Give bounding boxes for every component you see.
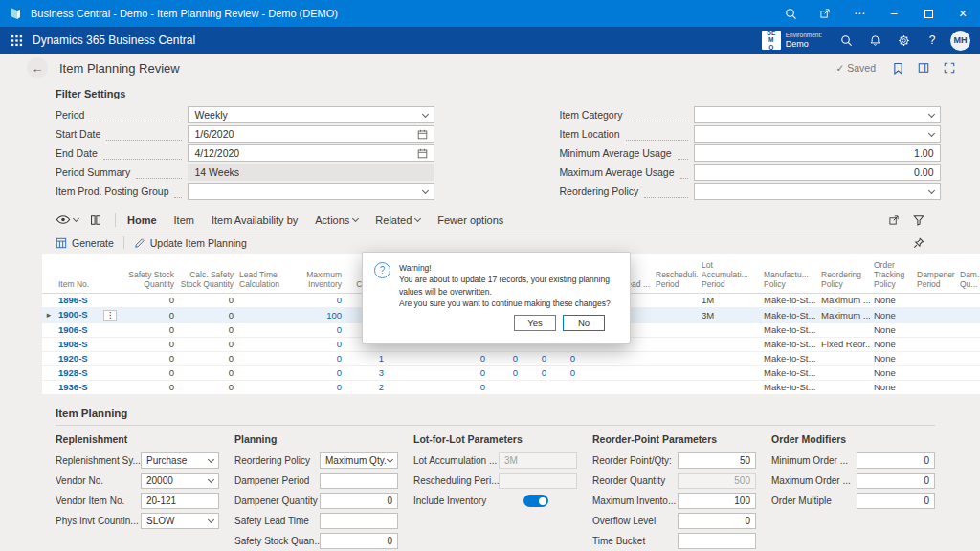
cell-col-8[interactable]: 0 bbox=[521, 351, 549, 365]
minimize-button[interactable]: – bbox=[877, 0, 911, 27]
cell-maximum-inventory[interactable]: 0 bbox=[294, 380, 345, 394]
vendor-item-no-input[interactable]: 20-121 bbox=[141, 493, 219, 509]
cell-order-tracking-policy[interactable]: None bbox=[871, 380, 914, 394]
cell-dampener-period[interactable] bbox=[914, 365, 957, 380]
cell-safety-stock-quantity[interactable]: 0 bbox=[120, 293, 177, 307]
item-category-input[interactable] bbox=[694, 106, 941, 123]
help-icon[interactable]: ? bbox=[918, 27, 947, 54]
menu-item-item[interactable]: Item bbox=[174, 214, 194, 226]
chevron-down-icon[interactable] bbox=[208, 476, 214, 483]
expand-icon[interactable] bbox=[944, 62, 955, 74]
safety-lead-time-input[interactable] bbox=[320, 513, 398, 529]
open-in-window-icon[interactable] bbox=[808, 0, 842, 27]
cell-rescheduli-period[interactable] bbox=[653, 293, 699, 307]
cell-y-lead[interactable] bbox=[578, 380, 653, 394]
cell-col-7[interactable]: 0 bbox=[488, 365, 521, 380]
cell-lead-time-calculation[interactable] bbox=[236, 293, 294, 307]
cell-col-7[interactable] bbox=[488, 380, 521, 394]
environment-indicator[interactable]: DEMO Environment: Demo bbox=[762, 31, 822, 50]
cell-reordering-policy[interactable] bbox=[818, 351, 871, 365]
row-context-menu-icon[interactable]: ⋮ bbox=[103, 310, 117, 321]
column-header-lead-time-calculation[interactable]: Lead Time Calculation bbox=[236, 254, 294, 293]
cell-manufactu-policy[interactable]: Make-to-St... bbox=[761, 365, 818, 380]
cell-lot-accumulati-period[interactable] bbox=[699, 337, 761, 351]
cell-item-no[interactable]: 1908-S bbox=[56, 337, 120, 351]
cell-lead-time-calculation[interactable] bbox=[236, 322, 294, 337]
cell-safety-stock-quantity[interactable]: 0 bbox=[120, 307, 177, 322]
cell-lead-time-calculation[interactable] bbox=[236, 365, 294, 380]
chevron-down-icon[interactable] bbox=[422, 187, 429, 193]
app-name[interactable]: Dynamics 365 Business Central bbox=[33, 33, 195, 47]
cell-lot-accumulati-period[interactable]: 3M bbox=[699, 307, 761, 322]
view-options-icon[interactable] bbox=[56, 214, 78, 225]
reordering-policy-input[interactable] bbox=[694, 183, 941, 200]
dampener-period-input[interactable] bbox=[320, 473, 398, 489]
browser-search-icon[interactable] bbox=[773, 0, 808, 27]
cell-order-tracking-policy[interactable]: None bbox=[871, 307, 914, 322]
chevron-down-icon[interactable] bbox=[352, 215, 359, 222]
column-header-lot-accumulati-period[interactable]: Lot Accumulati... Period bbox=[699, 254, 761, 293]
row-selector[interactable] bbox=[42, 293, 56, 307]
cell-item-no[interactable]: 1906-S bbox=[56, 322, 120, 337]
minimum-average-usage-input[interactable]: 1.00 bbox=[694, 144, 941, 162]
cell-col-8[interactable]: 0 bbox=[521, 365, 549, 380]
grid-row-1936-S[interactable]: 1936-S00020Make-to-St...None bbox=[42, 380, 980, 394]
column-header-dam-qu[interactable]: Dam... Qu... bbox=[957, 254, 980, 293]
cell-col-7[interactable]: 0 bbox=[488, 351, 521, 365]
chevron-down-icon[interactable] bbox=[208, 517, 214, 523]
chevron-down-icon[interactable] bbox=[208, 456, 214, 463]
cell-rescheduli-period[interactable] bbox=[653, 351, 699, 365]
bookmark-icon[interactable] bbox=[893, 62, 903, 75]
cell-dam-qu[interactable] bbox=[957, 307, 980, 322]
maximum-invento-input[interactable]: 100 bbox=[678, 493, 756, 509]
cell-lead-time-calculation[interactable] bbox=[236, 380, 294, 394]
cell-dampener-period[interactable] bbox=[914, 351, 957, 365]
user-avatar[interactable]: MH bbox=[950, 31, 970, 51]
cell-lead-time-calculation[interactable] bbox=[236, 307, 294, 322]
cell-maximum-inventory[interactable]: 0 bbox=[294, 365, 345, 380]
maximize-button[interactable] bbox=[911, 0, 946, 27]
cell-col-6[interactable]: 0 bbox=[387, 380, 488, 394]
cell-rescheduli-period[interactable] bbox=[653, 337, 699, 351]
cell-manufactu-policy[interactable]: Make-to-St... bbox=[761, 337, 818, 351]
cell-safety-stock-quantity[interactable]: 0 bbox=[120, 380, 177, 394]
chevron-down-icon[interactable] bbox=[927, 187, 934, 193]
generate-button[interactable]: Generate bbox=[56, 237, 114, 249]
reordering-policy-input[interactable]: Maximum Qty. bbox=[320, 452, 398, 469]
column-header-reordering-policy[interactable]: Reordering Policy bbox=[818, 254, 871, 293]
cell-dampener-period[interactable] bbox=[914, 293, 957, 307]
column-header-manufactu-policy[interactable]: Manufactu... Policy bbox=[761, 254, 818, 293]
overflow-level-input[interactable]: 0 bbox=[678, 513, 756, 529]
period-input[interactable]: Weekly bbox=[188, 106, 434, 123]
cell-reordering-policy[interactable] bbox=[818, 365, 871, 380]
cell-order-tracking-policy[interactable]: None bbox=[871, 337, 914, 351]
end-date-input[interactable]: 4/12/2020 bbox=[188, 144, 434, 162]
calendar-icon[interactable] bbox=[417, 129, 428, 140]
cell-item-no[interactable]: 1928-S bbox=[56, 365, 120, 380]
cell-manufactu-policy[interactable]: Make-to-St... bbox=[761, 293, 818, 307]
filter-icon[interactable] bbox=[913, 214, 924, 226]
chevron-down-icon[interactable] bbox=[927, 110, 934, 117]
yes-button[interactable]: Yes bbox=[514, 315, 556, 331]
cell-lead-time-calculation[interactable] bbox=[236, 351, 294, 365]
cell-reordering-policy[interactable]: Fixed Reor... bbox=[818, 337, 871, 351]
pin-icon[interactable] bbox=[913, 237, 924, 249]
calendar-icon[interactable] bbox=[417, 148, 428, 159]
cell-col-6[interactable]: 0 bbox=[387, 351, 488, 365]
cell-manufactu-policy[interactable]: Make-to-St... bbox=[761, 307, 818, 322]
column-header-item-no[interactable]: Item No. bbox=[56, 254, 120, 293]
cell-safety-stock-quantity[interactable]: 0 bbox=[120, 365, 177, 380]
row-selector[interactable] bbox=[42, 322, 56, 337]
column-header-calc-safety-stock-quantity[interactable]: Calc. Safety Stock Quantity bbox=[177, 254, 236, 293]
column-header-rescheduli-period[interactable]: Rescheduli... Period bbox=[653, 254, 699, 293]
settings-gear-icon[interactable] bbox=[889, 27, 918, 54]
cell-y-lead[interactable] bbox=[578, 351, 653, 365]
cell-dampener-period[interactable] bbox=[914, 337, 957, 351]
cell-dampener-period[interactable] bbox=[914, 322, 957, 337]
cell-dam-qu[interactable] bbox=[957, 337, 980, 351]
cell-manufactu-policy[interactable]: Make-to-St... bbox=[761, 380, 818, 394]
cell-calc[interactable]: 1 bbox=[345, 351, 387, 365]
cell-dam-qu[interactable] bbox=[957, 380, 980, 394]
cell-safety-stock-quantity[interactable]: 0 bbox=[120, 351, 177, 365]
cell-dampener-period[interactable] bbox=[914, 380, 957, 394]
